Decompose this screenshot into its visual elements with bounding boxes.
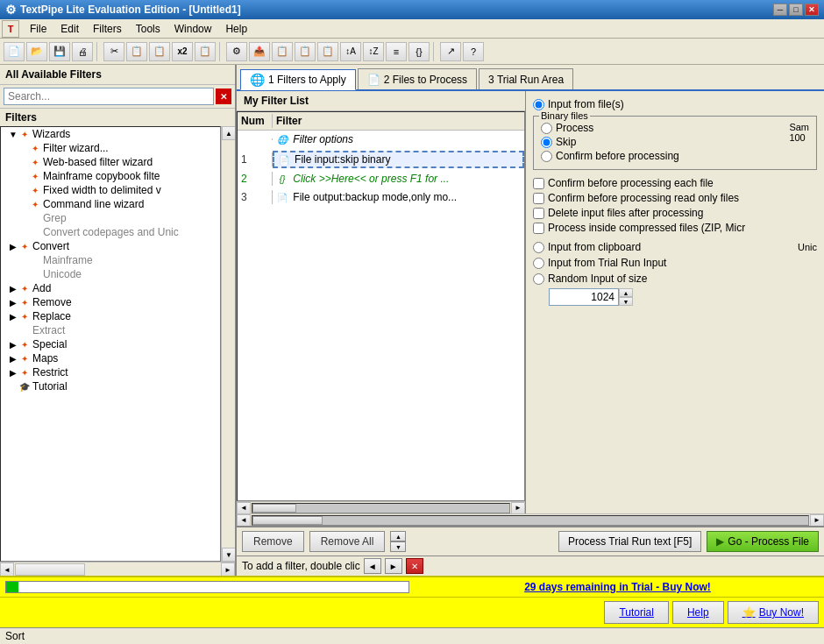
checkbox-delete-input-control[interactable]	[533, 208, 544, 219]
tree-scroll-thumb[interactable]	[222, 140, 235, 548]
tree-item-restrict[interactable]: ▶ ✦ Restrict	[1, 365, 220, 379]
filter-down-button[interactable]: ▼	[390, 541, 406, 552]
right-hscroll-left[interactable]: ◄	[237, 514, 251, 527]
tree-item-maps[interactable]: ▶ ✦ Maps	[1, 351, 220, 365]
menu-tools[interactable]: Tools	[129, 21, 167, 37]
toolbar-print[interactable]: 🖨	[72, 42, 93, 61]
right-hscroll-track[interactable]	[252, 515, 809, 526]
help-button[interactable]: Help	[672, 601, 724, 624]
toolbar-settings[interactable]: ⚙	[226, 42, 247, 61]
toolbar-copy4[interactable]: 📋	[295, 42, 316, 61]
checkbox-confirm-readonly-control[interactable]	[533, 193, 544, 204]
tutorial-button[interactable]: Tutorial	[604, 601, 669, 624]
radio-trial-run-control[interactable]	[533, 258, 544, 269]
search-input[interactable]	[4, 88, 214, 105]
radio-confirm[interactable]: Confirm before processing	[541, 150, 679, 162]
tree-vscrollbar[interactable]: ▲ ▼	[221, 126, 235, 562]
radio-input-files[interactable]: Input from file(s)	[533, 98, 817, 110]
tree-item-mainframe[interactable]: Mainframe	[1, 253, 220, 267]
tree-item-remove[interactable]: ▶ ✦ Remove	[1, 295, 220, 309]
radio-random-input-control[interactable]	[533, 273, 544, 285]
checkbox-compressed[interactable]: Process inside compressed files (ZIP, Mi…	[533, 222, 817, 234]
toolbar-copy5[interactable]: 📋	[317, 42, 338, 61]
toolbar-open[interactable]: 📂	[26, 42, 47, 61]
right-hscroll-right[interactable]: ►	[810, 514, 824, 527]
close-button[interactable]: ✕	[805, 4, 819, 16]
toolbar-sort2[interactable]: ↕Z	[363, 42, 384, 61]
tab-trial[interactable]: 3 Trial Run Area	[479, 68, 573, 89]
buy-now-button[interactable]: ⭐ Buy Now!	[728, 601, 819, 624]
spin-down-button[interactable]: ▼	[619, 297, 633, 306]
toolbar-save[interactable]: 💾	[49, 42, 70, 61]
toolbar-new[interactable]: 📄	[4, 42, 25, 61]
filter-row-2[interactable]: 2 {} Click >>Here<< or press F1 for ...	[238, 170, 524, 188]
tree-hscroll-track[interactable]	[14, 563, 221, 576]
tree-item-cmdline-wizard[interactable]: ✦ Command line wizard	[1, 197, 220, 211]
radio-skip[interactable]: Skip	[541, 136, 679, 148]
tree-item-special[interactable]: ▶ ✦ Special	[1, 337, 220, 351]
search-clear-button[interactable]: ✕	[216, 88, 231, 104]
tree-item-extract[interactable]: Extract	[1, 323, 220, 337]
status-close-button[interactable]: ✕	[406, 558, 423, 574]
menu-edit[interactable]: Edit	[53, 21, 86, 37]
radio-input-files-control[interactable]	[533, 99, 544, 110]
process-trial-button[interactable]: Process Trial Run text [F5]	[558, 531, 701, 552]
filter-hscrollbar[interactable]: ◄ ►	[237, 501, 525, 513]
menu-filters[interactable]: Filters	[86, 21, 129, 37]
tree-item-filter-wizard[interactable]: ✦ Filter wizard...	[1, 141, 220, 155]
toolbar-x2[interactable]: x2	[172, 42, 193, 61]
nav-next-button[interactable]: ►	[385, 558, 402, 574]
toolbar-copy[interactable]: 📋	[126, 42, 147, 61]
tree-hscroll-thumb[interactable]	[15, 563, 85, 576]
filter-hscroll-left[interactable]: ◄	[237, 502, 251, 514]
nav-prev-button[interactable]: ◄	[364, 558, 381, 574]
random-size-input[interactable]	[549, 288, 619, 306]
app-menu-icon[interactable]: T	[2, 20, 19, 38]
filter-tree[interactable]: ▼ ✦ Wizards ✦ Filter wizard... ✦ Web-bas…	[0, 126, 221, 562]
tree-scroll-up[interactable]: ▲	[222, 126, 235, 140]
radio-confirm-control[interactable]	[541, 151, 552, 162]
toolbar-cut[interactable]: ✂	[103, 42, 124, 61]
tree-item-tutorial[interactable]: 🎓 Tutorial	[1, 379, 220, 393]
checkbox-compressed-control[interactable]	[533, 223, 544, 234]
menu-file[interactable]: File	[23, 21, 53, 37]
filter-table[interactable]: Num Filter 🌐 Filter options	[237, 111, 525, 501]
checkbox-delete-input[interactable]: Delete input files after processing	[533, 207, 817, 219]
filter-hscroll-thumb[interactable]	[252, 504, 296, 513]
minimize-button[interactable]: ─	[773, 4, 787, 16]
tree-item-add[interactable]: ▶ ✦ Add	[1, 281, 220, 295]
filter-up-button[interactable]: ▲	[390, 531, 406, 541]
right-hscrollbar[interactable]: ◄ ►	[237, 513, 824, 526]
filter-row-options[interactable]: 🌐 Filter options	[238, 131, 524, 149]
radio-skip-control[interactable]	[541, 137, 552, 148]
radio-clipboard-control[interactable]	[533, 242, 544, 253]
filter-hscroll-track[interactable]	[252, 503, 510, 513]
filter-hscroll-right[interactable]: ►	[511, 502, 525, 514]
toolbar-paste[interactable]: 📋	[149, 42, 170, 61]
tree-item-unicode[interactable]: Unicode	[1, 267, 220, 281]
toolbar-copy2[interactable]: 📋	[195, 42, 216, 61]
filter-row-1[interactable]: 1 📄 File input:skip binary	[238, 149, 524, 171]
maximize-button[interactable]: □	[789, 4, 803, 16]
tree-item-fixed-wizard[interactable]: ✦ Fixed width to delimited v	[1, 183, 220, 197]
radio-process[interactable]: Process	[541, 122, 679, 134]
toolbar-arrow[interactable]: ↗	[440, 42, 461, 61]
radio-random-input[interactable]: Random Input of size	[533, 272, 817, 285]
toolbar-list[interactable]: ≡	[386, 42, 407, 61]
tree-item-grep[interactable]: Grep	[1, 211, 220, 225]
tab-files[interactable]: 📄 2 Files to Process	[358, 68, 477, 89]
remove-button[interactable]: Remove	[242, 531, 304, 552]
radio-trial-run[interactable]: Input from Trial Run Input	[533, 257, 817, 269]
trial-buy-link[interactable]: 29 days remaining in Trial - Buy Now!	[416, 581, 819, 593]
toolbar-sort1[interactable]: ↕A	[340, 42, 361, 61]
menu-window[interactable]: Window	[167, 21, 219, 37]
right-hscroll-thumb[interactable]	[252, 516, 323, 525]
toolbar-braces[interactable]: {}	[408, 42, 430, 61]
tree-hscroll-left[interactable]: ◄	[0, 563, 14, 576]
checkbox-confirm-each[interactable]: Confirm before processing each file	[533, 177, 817, 189]
spin-up-button[interactable]: ▲	[619, 288, 633, 297]
tab-filters[interactable]: 🌐 1 Filters to Apply	[240, 69, 356, 90]
menu-help[interactable]: Help	[218, 21, 254, 37]
filter-row-3[interactable]: 3 📄 File output:backup mode,only mo...	[238, 188, 524, 207]
tree-item-wizards[interactable]: ▼ ✦ Wizards	[1, 127, 220, 141]
